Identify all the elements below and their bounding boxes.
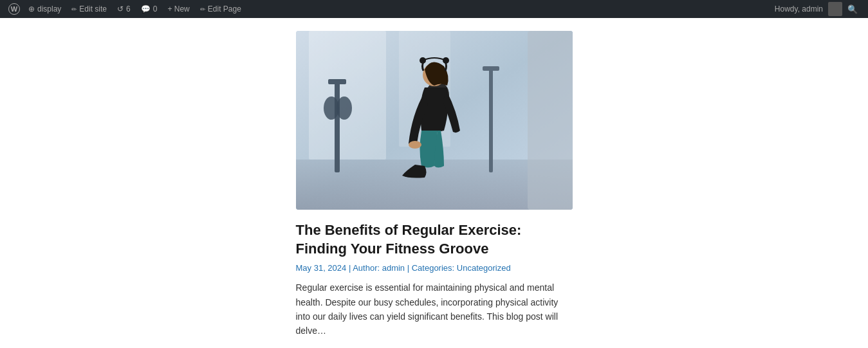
post-thumbnail (296, 31, 573, 210)
comments-icon: 💬 (141, 5, 151, 14)
adminbar-new[interactable]: + New (162, 0, 194, 18)
adminbar-comments[interactable]: 💬 0 (136, 0, 163, 18)
page-content: The Benefits of Regular Exercise: Findin… (0, 18, 868, 348)
wp-logo[interactable]: W (5, 0, 23, 18)
svg-point-11 (337, 96, 352, 120)
post-meta-text: May 31, 2024 | Author: admin | Categorie… (296, 263, 511, 273)
search-icon[interactable]: 🔍 (847, 5, 858, 14)
svg-rect-9 (483, 66, 499, 71)
edit-page-icon: ✏ (200, 6, 205, 13)
comments-count: 0 (153, 5, 158, 14)
admin-bar: W ⊕ display ✏ Edit site ↺ 6 💬 0 + New ✏ … (0, 0, 868, 18)
adminbar-edit-site[interactable]: ✏ Edit site (66, 0, 112, 18)
svg-rect-3 (309, 31, 386, 160)
edit-page-label: Edit Page (208, 5, 241, 14)
svg-rect-7 (328, 79, 346, 84)
svg-rect-17 (528, 31, 573, 210)
edit-site-label: Edit site (79, 5, 107, 14)
post-card: The Benefits of Regular Exercise: Findin… (296, 31, 573, 348)
svg-text:W: W (11, 5, 18, 13)
adminbar-revisions[interactable]: ↺ 6 (112, 0, 136, 18)
svg-point-16 (409, 141, 421, 149)
adminbar-edit-page[interactable]: ✏ Edit Page (195, 0, 246, 18)
revisions-count: 6 (126, 5, 131, 14)
display-icon: ⊕ (28, 5, 35, 14)
howdy-text: Howdy, admin (775, 5, 823, 14)
svg-rect-8 (489, 69, 493, 172)
post-excerpt: Regular exercise is essential for mainta… (296, 280, 573, 338)
post-meta: May 31, 2024 | Author: admin | Categorie… (296, 263, 573, 273)
svg-rect-6 (335, 82, 340, 172)
display-label: display (37, 5, 61, 14)
adminbar-display[interactable]: ⊕ display (23, 0, 66, 18)
edit-site-icon: ✏ (71, 6, 77, 13)
revisions-icon: ↺ (117, 5, 124, 14)
adminbar-right: Howdy, admin 🔍 (775, 2, 863, 16)
new-label: + New (167, 5, 189, 14)
avatar (828, 2, 842, 16)
post-title: The Benefits of Regular Exercise: Findin… (296, 221, 573, 258)
